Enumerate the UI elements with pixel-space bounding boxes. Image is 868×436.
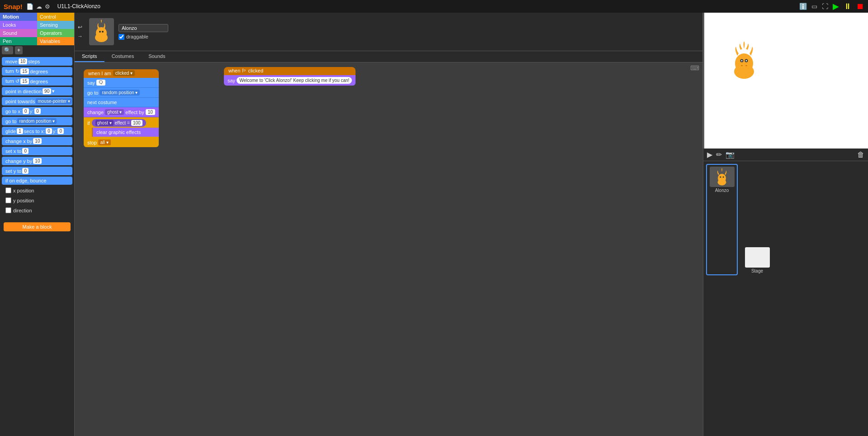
block-stop[interactable]: stop all ▾ (84, 138, 159, 147)
block-next-costume[interactable]: next costume (84, 98, 159, 107)
tab-costumes[interactable]: Costumes (104, 51, 142, 62)
block-turn-cw[interactable]: turn ↻ 15 degrees (2, 67, 72, 76)
block-if[interactable]: if ghost ▾ effect = 100 clear grap (84, 117, 159, 138)
stage-camera-button[interactable]: 📷 (726, 150, 735, 159)
file-icon[interactable]: 📄 (26, 3, 33, 10)
if-body: clear graphic effects (92, 128, 159, 137)
nav-right[interactable]: → (77, 33, 83, 39)
right-panel: ▶ ✏ 📷 🗑 (703, 13, 868, 436)
cat-motion[interactable]: Motion (0, 13, 37, 21)
cat-operators[interactable]: Operators (37, 29, 74, 37)
effect-val: 10 (146, 109, 155, 115)
sprite-item-alonzo[interactable]: Alonzo (706, 164, 738, 275)
hat-when-flag[interactable]: when 🏳 clicked (224, 67, 356, 75)
draggable-checkbox[interactable] (119, 34, 124, 40)
cat-control[interactable]: Control (37, 13, 74, 21)
pause-button[interactable]: ⏸ (844, 2, 852, 11)
stop-button[interactable]: ⏹ (856, 2, 864, 11)
scripts-area[interactable]: ⌨ when I am clicked ▾ say 🗨 (75, 62, 703, 436)
block-go-to-xy[interactable]: go to x: 0 y: 0 (2, 107, 72, 115)
block-x-position[interactable]: x position (2, 186, 72, 195)
cat-sensing[interactable]: Sensing (37, 21, 74, 29)
go-to-dropdown[interactable]: random position ▾ (100, 90, 140, 96)
stage-divider (702, 13, 704, 149)
block-change-y[interactable]: change y by 10 (2, 157, 72, 165)
block-glide[interactable]: glide 1 secs to x: 0 y: 0 (2, 127, 72, 135)
sprite-label-alonzo: Alonzo (715, 188, 729, 193)
svg-point-11 (745, 65, 747, 66)
hat-when-i-am[interactable]: when I am clicked ▾ (84, 69, 159, 78)
block-go-to-random[interactable]: go to random position ▾ (84, 88, 159, 98)
svg-point-10 (741, 65, 743, 66)
keyboard-icon[interactable]: ⌨ (690, 64, 699, 72)
stage-area-wrap (703, 13, 868, 149)
center-panel: ↩ → draggable (75, 13, 703, 436)
block-direction[interactable]: direction (2, 206, 72, 215)
green-flag-button[interactable]: ▶ (833, 1, 839, 11)
block-go-to[interactable]: go to random position ▾ (2, 117, 72, 125)
search-blocks-button[interactable]: 🔍 (2, 46, 13, 54)
full-stage-icon[interactable]: ⛶ (822, 3, 828, 10)
info-icon[interactable]: ℹ️ (799, 3, 807, 10)
sprite-info: draggable (119, 24, 168, 40)
stop-dropdown[interactable]: all ▾ (98, 139, 111, 145)
block-say[interactable]: say 🗨 (84, 78, 159, 88)
svg-point-8 (741, 60, 743, 62)
tab-scripts[interactable]: Scripts (75, 51, 104, 62)
block-clear-effects[interactable]: clear graphic effects (93, 128, 159, 137)
block-change-x[interactable]: change x by 10 (2, 137, 72, 145)
left-panel: Motion Control Looks Sensing Sound Opera… (0, 13, 75, 436)
sprite-item-stage[interactable]: Stage (741, 245, 773, 275)
make-a-block-button[interactable]: Make a block (4, 222, 71, 231)
add-block-button[interactable]: + (15, 46, 23, 54)
if-condition[interactable]: ghost ▾ effect = 100 (92, 119, 146, 127)
cat-row-4: Pen Variables (0, 37, 74, 45)
tab-sounds[interactable]: Sounds (141, 51, 172, 62)
block-bounce[interactable]: if on edge, bounce (2, 177, 72, 185)
block-move[interactable]: move 10 steps (2, 57, 72, 66)
sprite-label-stage: Stage (751, 268, 763, 273)
script-group-2: when 🏳 clicked say Welcome to 'Click Alo… (224, 67, 356, 86)
block-turn-ccw[interactable]: turn ↺ 15 degrees (2, 77, 72, 86)
stage-edit-button[interactable]: ✏ (716, 150, 722, 159)
block-set-x[interactable]: set x to 0 (2, 147, 72, 155)
y-position-checkbox[interactable] (5, 197, 11, 203)
snap-logo[interactable]: Snap! (4, 3, 23, 10)
hat-dropdown[interactable]: clicked ▾ (113, 70, 135, 76)
stage-play-button[interactable]: ▶ (707, 150, 712, 159)
block-point-towards[interactable]: point towards mouse-pointer ▾ (2, 97, 72, 105)
nav-left[interactable]: ↩ (77, 24, 83, 30)
cloud-icon[interactable]: ☁ (36, 3, 42, 10)
direction-checkbox[interactable] (5, 207, 11, 213)
cat-sound[interactable]: Sound (0, 29, 37, 37)
sprite-list: Alonzo Stage (703, 161, 868, 436)
sprite-thumb-alonzo (710, 167, 735, 187)
block-change-effect[interactable]: change ghost ▾ effect by 10 (84, 107, 159, 117)
cat-row-2: Looks Sensing (0, 21, 74, 29)
categories: Motion Control Looks Sensing Sound Opera… (0, 13, 74, 45)
effect-dropdown[interactable]: ghost ▾ (105, 109, 124, 115)
x-position-checkbox[interactable] (5, 187, 11, 193)
cat-variables[interactable]: Variables (37, 37, 74, 45)
block-say-welcome[interactable]: say Welcome to 'Click Alonzo!' Keep clic… (224, 75, 356, 86)
top-icons: 📄 ☁ ⚙ (26, 3, 50, 10)
stage-sprite-svg (726, 40, 762, 81)
draggable-label: draggable (126, 34, 148, 39)
cat-looks[interactable]: Looks (0, 21, 37, 29)
stage (703, 13, 868, 149)
block-y-position[interactable]: y position (2, 196, 72, 205)
sprite-name-input[interactable] (119, 24, 168, 32)
small-stage-icon[interactable]: ▭ (811, 3, 817, 10)
svg-point-14 (720, 176, 721, 177)
right-controls: ℹ️ ▭ ⛶ ▶ ⏸ ⏹ (799, 1, 864, 11)
block-set-y[interactable]: set y to 0 (2, 167, 72, 175)
sprite-svg (91, 19, 112, 44)
block-point-direction[interactable]: point in direction 90▾ (2, 87, 72, 96)
stage-trash-button[interactable]: 🗑 (857, 151, 864, 159)
cond-equals: = (127, 120, 130, 125)
cat-pen[interactable]: Pen (0, 37, 37, 45)
cond-dropdown[interactable]: ghost ▾ (95, 120, 114, 126)
settings-icon[interactable]: ⚙ (45, 3, 50, 10)
cond-effect-label: effect (115, 120, 126, 125)
block-stack-1: when I am clicked ▾ say 🗨 go to random p… (84, 69, 159, 147)
